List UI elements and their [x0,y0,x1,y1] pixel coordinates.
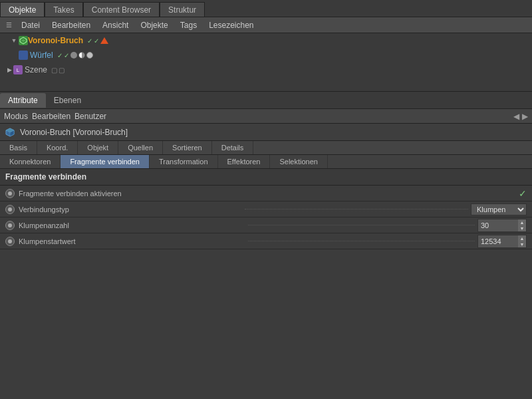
voronoi-triangle-icon [100,37,108,44]
sub-tab-transformation[interactable]: Transformation [150,155,218,168]
sub-tabs: Konnektoren Fragmente verbinden Transfor… [0,155,532,169]
voronoi-icon [19,36,28,45]
prop-input-klumpenanzahl[interactable] [478,221,518,230]
dots-line-klumpenanzahl [248,225,475,225]
attr-benutzer[interactable]: Benutzer [74,112,106,121]
prop-check-aktivieren[interactable]: ✓ [519,188,527,199]
wuerfel-half-icon [78,52,85,59]
prop-spinner-klumpenanzahl: ▲ ▼ [518,219,526,231]
tree-row-voronoi[interactable]: ▼ Voronoi-Bruch ✓ ✓ [0,33,532,48]
szene-gray1-icon: ▢ [51,66,57,74]
menu-datei[interactable]: Datei [16,19,45,31]
wuerfel-tags: ✓ ✓ [57,52,93,59]
menu-objekte[interactable]: Objekte [135,19,173,31]
sub-tab-selektionen[interactable]: Selektionen [270,155,328,168]
tab-content-browser[interactable]: Content Browser [83,2,160,17]
voronoi-check1-icon: ✓ [87,37,92,45]
prop-spinner-down-klumpenstartwert[interactable]: ▼ [518,241,526,247]
attr-toolbar-left: Modus Bearbeiten Benutzer [4,112,106,121]
menu-tags[interactable]: Tags [175,19,202,31]
tree-row-wuerfel[interactable]: Würfel ✓ ✓ [0,48,532,63]
prop-spinner-klumpenstartwert: ▲ ▼ [518,235,526,247]
prop-tab-objekt[interactable]: Objekt [78,141,118,154]
attr-tab-attribute[interactable]: Attribute [0,93,46,108]
prop-spinner-up-klumpenstartwert[interactable]: ▲ [518,235,526,241]
prop-row-klumpenstartwert: Klumpenstartwert ▲ ▼ [0,233,532,249]
sub-tab-fragmente-verbinden[interactable]: Fragmente verbinden [61,155,150,168]
attr-modus[interactable]: Modus [4,112,28,121]
section-header: Fragmente verbinden [0,169,532,186]
object-name-row: Voronoi-Bruch [Voronoi-Bruch] [0,124,532,141]
prop-tab-quellen[interactable]: Quellen [118,141,163,154]
tab-objekte[interactable]: Objekte [0,2,45,17]
wuerfel-check2-icon: ✓ [64,52,69,59]
wuerfel-icon [19,51,28,60]
prop-tab-details[interactable]: Details [212,141,254,154]
attr-toolbar: Modus Bearbeiten Benutzer ◀ ▶ [0,109,532,124]
object-name-label: Voronoi-Bruch [Voronoi-Bruch] [20,128,128,137]
szene-icon: L [13,65,23,74]
arrow-right-icon[interactable]: ▶ [522,112,528,121]
top-tab-bar: Objekte Takes Content Browser Struktur [0,0,532,17]
prop-tab-sortieren[interactable]: Sortieren [163,141,212,154]
prop-label-aktivieren: Fragmente verbinden aktivieren [19,190,519,198]
prop-spinner-down-klumpenanzahl[interactable]: ▼ [518,225,526,231]
prop-tab-basis[interactable]: Basis [0,141,37,154]
prop-label-verbindungstyp: Verbindungstyp [19,205,242,213]
menu-bearbeiten[interactable]: Bearbeiten [47,19,96,31]
voronoi-check2-icon: ✓ [94,37,99,45]
menu-ansicht[interactable]: Ansicht [97,19,134,31]
menu-hamburger-icon[interactable]: ☰ [3,19,15,31]
prop-spinner-up-klumpenanzahl[interactable]: ▲ [518,219,526,225]
attr-tab-ebenen[interactable]: Ebenen [46,93,89,108]
empty-area [0,249,532,382]
prop-dot-inner-aktivieren [8,192,12,196]
menu-lesezeichen[interactable]: Lesezeichen [203,19,259,31]
wuerfel-dot-icon [70,52,77,59]
wuerfel-small-icon [86,52,93,59]
tree-expand-voronoi[interactable]: ▼ [9,36,19,45]
menubar: ☰ Datei Bearbeiten Ansicht Objekte Tags … [0,17,532,33]
object-icon [4,126,16,138]
prop-dot-inner-klumpenstartwert [8,239,12,243]
sub-tab-konnektoren[interactable]: Konnektoren [0,155,61,168]
object-tree: ▼ Voronoi-Bruch ✓ ✓ Würfel ✓ ✓ [0,33,532,92]
prop-input-group-klumpenanzahl: ▲ ▼ [477,219,527,232]
prop-dot-inner-verbindungstyp [8,207,12,211]
tab-struktur[interactable]: Struktur [160,2,205,17]
tree-row-szene[interactable]: ▶ L Szene ▢ ▢ [0,63,532,77]
tab-takes[interactable]: Takes [45,2,82,17]
prop-input-group-klumpenstartwert: ▲ ▼ [477,235,527,248]
prop-tab-koord[interactable]: Koord. [37,141,78,154]
prop-dot-klumpenanzahl[interactable] [5,221,15,230]
szene-tags: ▢ ▢ [51,66,65,74]
szene-gray2-icon: ▢ [59,66,65,74]
prop-dot-verbindungstyp[interactable] [5,205,15,214]
prop-row-aktivieren: Fragmente verbinden aktivieren ✓ [0,186,532,201]
prop-input-klumpenstartwert[interactable] [478,237,518,246]
sub-tab-effektoren[interactable]: Effektoren [218,155,271,168]
attr-toolbar-arrows: ◀ ▶ [513,112,528,121]
wuerfel-check1-icon: ✓ [57,52,63,59]
attr-bearbeiten[interactable]: Bearbeiten [32,112,70,121]
wuerfel-label: Würfel [30,51,53,60]
prop-dot-inner-klumpenanzahl [8,223,12,227]
voronoi-tags: ✓ ✓ [87,37,108,45]
prop-dot-klumpenstartwert[interactable] [5,237,15,246]
voronoi-label: Voronoi-Bruch [28,36,83,45]
dots-line-verbindungstyp [245,209,468,209]
prop-row-klumpenanzahl: Klumpenanzahl ▲ ▼ [0,217,532,233]
prop-label-klumpenstartwert: Klumpenstartwert [19,237,245,245]
prop-row-verbindungstyp: Verbindungstyp Klumpen Verbunden Getrenn… [0,201,532,217]
prop-label-klumpenanzahl: Klumpenanzahl [19,221,245,229]
szene-label: Szene [25,65,47,74]
prop-select-verbindungstyp[interactable]: Klumpen Verbunden Getrennt [471,203,527,215]
dots-line-klumpenstartwert [248,241,475,241]
tree-expand-szene[interactable]: ▶ [5,66,13,74]
arrow-left-icon[interactable]: ◀ [513,112,519,121]
attr-tabs-bar: Attribute Ebenen [0,92,532,109]
prop-dot-aktivieren[interactable] [5,189,15,198]
prop-tabs: Basis Koord. Objekt Quellen Sortieren De… [0,141,532,155]
